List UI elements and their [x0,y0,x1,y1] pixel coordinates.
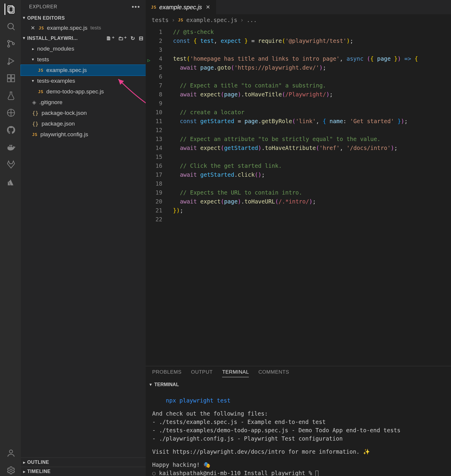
collapse-all-icon[interactable]: ⊟ [139,35,144,42]
code-line[interactable]: // Expect an attribute "to be strictly e… [168,134,451,143]
code-line[interactable]: }); [168,206,451,215]
breadcrumb-folder[interactable]: tests [152,17,169,23]
close-icon[interactable]: ✕ [30,25,36,31]
open-editors-header[interactable]: ▸ OPEN EDITORS [21,14,146,23]
code-line[interactable] [168,72,451,81]
account-icon[interactable] [4,447,16,459]
terminal-line: And check out the following files: [152,409,444,418]
open-editors-label: OPEN EDITORS [27,15,65,21]
panel-tabs: PROBLEMS OUTPUT TERMINAL COMMENTS [146,366,451,380]
file-row[interactable]: ◈.gitignore [21,97,146,108]
chevron-down-icon: ▸ [149,384,153,386]
code-line[interactable]: await expect(page).toHaveURL(/.*intro/); [168,197,451,206]
code-line[interactable] [168,126,451,134]
svg-point-5 [7,45,10,47]
terminal-prompt: kailashpathak@ndi-mb-110 Install_playwri… [159,470,315,476]
code-line[interactable]: const { test, expect } = require('@playw… [168,36,451,45]
terminal-line: - ./tests-examples/demo-todo-app.spec.js… [152,426,444,434]
editor-tab[interactable]: JS example.spec.js ✕ [146,0,216,14]
file-row[interactable]: {}package.json [21,118,146,129]
file-row[interactable]: JSexample.spec.js [21,65,146,76]
svg-rect-11 [11,75,15,78]
refresh-icon[interactable]: ↻ [131,35,135,42]
chevron-icon: ▸ [31,59,36,61]
source-control-icon[interactable] [4,38,16,49]
tab-terminal[interactable]: TERMINAL [222,369,249,377]
project-header[interactable]: ▸ INSTALL_PLAYWRI... 🗎⁺ 🗀⁺ ↻ ⊟ [21,33,146,43]
code-line[interactable]: await expect(page).toHaveTitle(/Playwrig… [168,90,451,99]
code-line[interactable]: // Click the get started link. [168,161,451,170]
outline-header[interactable]: ▸ OUTLINE [21,458,146,467]
code-line[interactable]: await expect(getStarted).toHaveAttribute… [168,143,451,152]
testing-icon[interactable] [4,90,16,101]
new-file-icon[interactable]: 🗎⁺ [106,35,115,42]
tab-problems[interactable]: PROBLEMS [152,369,181,377]
github-icon[interactable] [4,124,16,136]
svg-point-13 [9,450,12,453]
tab-filename: example.spec.js [159,4,202,11]
timeline-header[interactable]: ▸ TIMELINE [21,467,146,476]
svg-point-2 [8,23,13,29]
file-row[interactable]: JSdemo-todo-app.spec.js [21,86,146,97]
code-line[interactable]: const getStarted = page.getByRole('link'… [168,117,451,126]
terminal-body[interactable]: npx playwright test And check out the fo… [146,389,451,476]
js-file-icon: JS [151,5,156,10]
code-line[interactable] [168,152,451,161]
folder-row[interactable]: ▸tests [21,54,146,65]
gitlab-icon[interactable] [4,159,16,170]
file-row[interactable]: JSplaywright.config.js [21,129,146,140]
new-folder-icon[interactable]: 🗀⁺ [118,35,127,42]
code-line[interactable]: await getStarted.click(); [168,170,451,179]
code-line[interactable] [168,215,451,224]
code-line[interactable] [168,99,451,108]
close-icon[interactable]: ✕ [205,4,211,10]
settings-gear-icon[interactable] [4,465,16,476]
breadcrumb-sep: › [172,17,175,23]
code-line[interactable]: await page.goto('https://playwright.dev/… [168,63,451,72]
code-line[interactable] [168,179,451,188]
open-editor-item[interactable]: ✕ JS example.spec.js tests [21,23,146,33]
code-line[interactable]: test('homepage has title and links to in… [168,54,451,63]
code-line[interactable]: // Expect a title "to contain" a substri… [168,81,451,90]
live-share-icon[interactable] [4,107,16,118]
json-file-icon: {} [32,121,39,127]
run-debug-icon[interactable] [4,55,16,67]
terminal-sub-header[interactable]: ▸ TERMINAL [146,380,451,389]
svg-rect-10 [11,79,15,82]
open-editor-dir: tests [90,25,101,31]
tab-comments[interactable]: COMMENTS [258,369,289,377]
folder-row[interactable]: ▸tests-examples [21,76,146,86]
json-file-icon: {} [32,110,39,116]
explorer-icon[interactable] [4,4,16,15]
sidebar-title: EXPLORER [29,4,57,10]
code-body[interactable]: // @ts-checkconst { test, expect } = req… [168,26,451,366]
tab-output[interactable]: OUTPUT [191,369,213,377]
code-line[interactable]: // @ts-check [168,27,451,36]
tree-item-label: playwright.config.js [40,131,88,138]
editor-area: JS example.spec.js ✕ tests › JS example.… [146,0,451,476]
search-icon[interactable] [4,21,16,32]
breadcrumb-symbol[interactable]: ... [247,17,257,23]
chevron-icon: ▸ [31,80,36,82]
code-line[interactable]: // Expects the URL to contain intro. [168,188,451,197]
folder-row[interactable]: ▸node_modules [21,43,146,54]
extensions-icon[interactable] [4,73,16,84]
code-editor[interactable]: 123▷45678910111213141516171819202122 // … [146,26,451,366]
code-line[interactable]: // create a locator [168,108,451,117]
atlassian-icon[interactable] [4,176,16,187]
breadcrumb-sep: › [240,17,243,23]
js-file-icon: JS [38,89,43,94]
terminal-command: npx playwright test [166,397,230,404]
terminal-line: Visit https://playwright.dev/docs/intro … [152,447,444,456]
svg-point-7 [8,63,9,65]
docker-icon[interactable] [4,142,16,153]
run-test-icon[interactable]: ▷ [147,56,150,65]
terminal-sub-label: TERMINAL [154,382,179,387]
sidebar-more-icon[interactable]: ••• [132,3,140,11]
js-file-icon: JS [178,18,183,22]
file-row[interactable]: {}package-lock.json [21,108,146,118]
breadcrumb-file[interactable]: example.spec.js [186,17,238,23]
code-line[interactable] [168,45,451,54]
breadcrumb[interactable]: tests › JS example.spec.js › ... [146,14,451,26]
tree-item-label: node_modules [37,46,74,52]
